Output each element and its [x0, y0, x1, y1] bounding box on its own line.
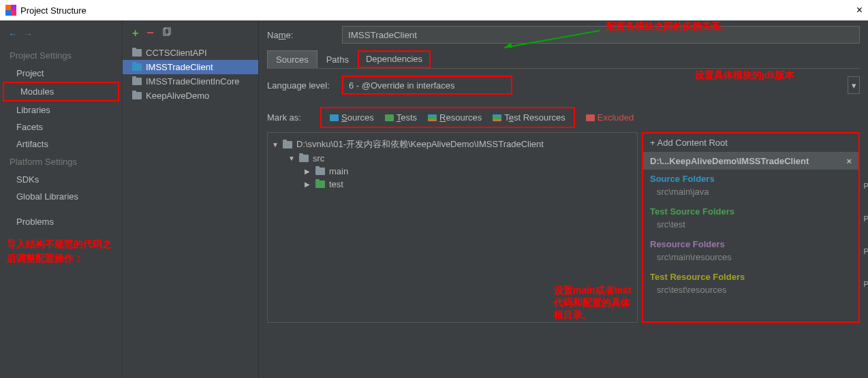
tree-row-main[interactable]: ▶main: [272, 165, 633, 178]
tree-row-root[interactable]: ▼D:\svnku\01-开发内容和依赖\KeepAliveDemo\IMSST…: [272, 137, 633, 152]
resources-folder-icon: [428, 114, 437, 121]
edit-remove-icon[interactable]: P ×: [863, 215, 868, 223]
nav-sdks[interactable]: SDKs: [0, 171, 122, 188]
svg-rect-3: [11, 10, 16, 16]
test-folders-header: Test Source Folders: [643, 202, 858, 218]
module-item[interactable]: CCTSClientAPI: [123, 46, 258, 60]
mark-sources-button[interactable]: Sources: [324, 110, 379, 125]
tab-bar: Sources Paths Dependencies: [267, 50, 860, 69]
back-icon[interactable]: ←: [8, 29, 18, 40]
language-level-label: Language level:: [267, 80, 335, 91]
folder-icon: [132, 49, 142, 57]
edit-remove-icon[interactable]: P ×: [863, 182, 868, 190]
nav-project[interactable]: Project: [0, 65, 122, 82]
mark-resources-button[interactable]: Resources: [422, 110, 487, 125]
edit-remove-icon[interactable]: P ×: [863, 280, 868, 288]
test-resource-folders-header: Test Resource Folders: [643, 268, 858, 283]
content-root-panel: + Add Content Root D:\...KeepAliveDemo\I…: [642, 132, 860, 323]
folder-icon: [132, 63, 142, 71]
sources-folder-icon: [330, 114, 339, 121]
app-icon: [5, 5, 16, 16]
source-folder-path[interactable]: src\main\java: [643, 185, 858, 202]
mark-as-label: Mark as:: [267, 112, 315, 123]
svg-rect-1: [11, 5, 16, 10]
module-list: + − CCTSClientAPI IMSSTradeClient IMSSTr…: [123, 20, 259, 378]
resource-folder-path[interactable]: src\main\resources: [643, 251, 858, 268]
add-module-icon[interactable]: +: [132, 27, 138, 40]
mark-excluded-button[interactable]: Excluded: [586, 112, 634, 123]
tree-toggle-icon[interactable]: ▼: [272, 141, 279, 148]
close-button[interactable]: ×: [856, 4, 863, 16]
mark-buttons: Sources Tests Resources Test Resources: [320, 107, 575, 128]
module-item[interactable]: KeepAliveDemo: [123, 89, 258, 103]
nav-global-libraries[interactable]: Global Libraries: [0, 188, 122, 205]
folder-icon: [315, 168, 325, 175]
annotation-left: 导入结构不规范的代码之后调整配置操作：: [0, 230, 122, 266]
add-content-root-button[interactable]: + Add Content Root: [643, 133, 858, 153]
test-resources-folder-icon: [493, 114, 501, 121]
name-input[interactable]: [342, 26, 860, 44]
source-tree: 设置main或者test代码和配置的具体根目录。 ▼D:\svnku\01-开发…: [267, 132, 638, 323]
folder-icon: [132, 92, 142, 99]
folder-icon: [283, 141, 292, 148]
edit-remove-icon[interactable]: P ×: [863, 247, 868, 255]
folder-icon: [132, 78, 142, 85]
tree-row-src[interactable]: ▼src: [272, 152, 633, 165]
folder-icon: [299, 155, 309, 162]
name-label: Name:: [267, 30, 335, 40]
source-folders-header: Source Folders: [643, 170, 858, 185]
test-folder-path[interactable]: src\test: [643, 218, 858, 235]
nav-artifacts[interactable]: Artifacts: [0, 136, 122, 153]
forward-icon[interactable]: →: [23, 29, 33, 40]
nav-facets[interactable]: Facets: [0, 119, 122, 136]
tree-toggle-icon[interactable]: ▶: [305, 168, 311, 175]
module-item[interactable]: IMSSTradeClientInCore: [123, 74, 258, 89]
section-platform-settings: Platform Settings: [0, 153, 122, 171]
main-panel: 配置各模块之间的依赖关系。 设置具体模块的jdk版本 Name: Sources…: [259, 20, 868, 378]
annotation-tree: 设置main或者test代码和配置的具体根目录。: [554, 284, 637, 321]
tab-sources[interactable]: Sources: [267, 50, 317, 68]
nav-libraries[interactable]: Libraries: [0, 101, 122, 119]
content-root-path[interactable]: D:\...KeepAliveDemo\IMSSTradeClient ×: [643, 153, 858, 170]
copy-module-icon[interactable]: [162, 27, 172, 39]
tree-row-test[interactable]: ▶test: [272, 178, 633, 191]
test-resource-folder-path[interactable]: src\test\resources: [643, 283, 858, 300]
tab-paths[interactable]: Paths: [317, 50, 358, 68]
titlebar: Project Structure ×: [0, 0, 868, 20]
excluded-folder-icon: [586, 114, 595, 121]
mark-tests-button[interactable]: Tests: [379, 110, 422, 125]
remove-root-icon[interactable]: ×: [846, 156, 852, 166]
svg-rect-2: [5, 10, 11, 16]
folder-icon: [315, 180, 325, 188]
mark-test-resources-button[interactable]: Test Resources: [487, 110, 571, 125]
section-project-settings: Project Settings: [0, 46, 122, 65]
language-level-dropdown[interactable]: 6 - @Override in interfaces: [342, 76, 512, 95]
dropdown-arrow-icon[interactable]: ▾: [848, 76, 860, 94]
module-item-selected[interactable]: IMSSTradeClient: [123, 60, 258, 74]
tree-toggle-icon[interactable]: ▶: [305, 180, 311, 188]
tree-toggle-icon[interactable]: ▼: [288, 155, 295, 162]
svg-rect-0: [5, 5, 11, 10]
tab-dependencies[interactable]: Dependencies: [358, 50, 431, 68]
nav-modules[interactable]: Modules: [3, 82, 119, 101]
remove-module-icon[interactable]: −: [146, 26, 154, 40]
resource-folders-header: Resource Folders: [643, 235, 858, 251]
sidebar: ← → Project Settings Project Modules Lib…: [0, 20, 123, 378]
nav-problems[interactable]: Problems: [0, 213, 122, 230]
window-title: Project Structure: [20, 5, 87, 16]
tests-folder-icon: [385, 114, 394, 121]
